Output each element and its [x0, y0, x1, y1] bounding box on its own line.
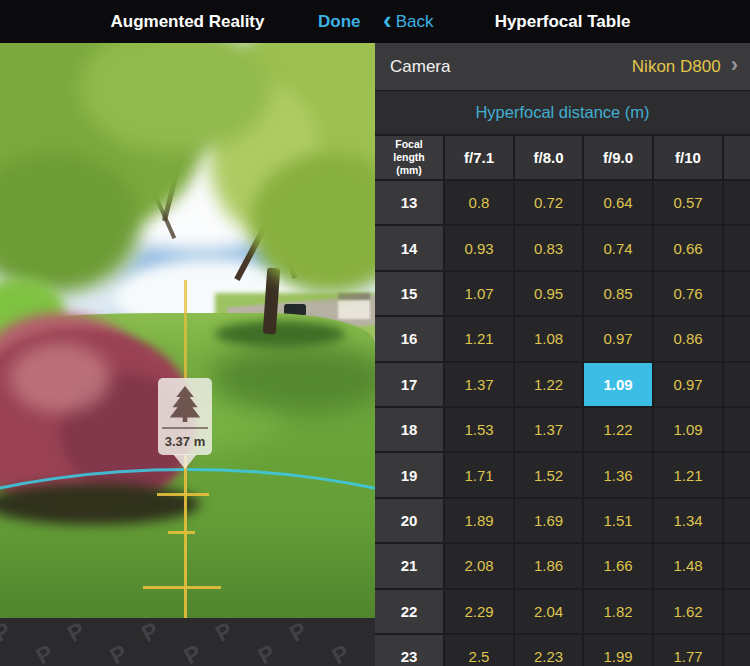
- top-navbar: Augmented Reality Done ‹ Back Hyperfocal…: [0, 0, 750, 43]
- ar-measure-line: [184, 280, 187, 378]
- camera-selector-row[interactable]: Camera Nikon D800 ›: [375, 43, 750, 90]
- table-cell[interactable]: 0.97: [584, 317, 652, 360]
- table-cell-partial: [724, 590, 750, 633]
- watermark-logo-icon: P: [329, 631, 375, 666]
- table-cell[interactable]: 1.22: [584, 408, 652, 451]
- table-cell[interactable]: 1.86: [515, 544, 582, 587]
- chevron-right-icon: ›: [731, 54, 738, 79]
- table-cell-partial: [724, 181, 750, 224]
- table-cell[interactable]: 2.04: [515, 590, 582, 633]
- row-header: 13: [375, 181, 443, 224]
- ar-measure-line: [184, 455, 187, 618]
- table-page-title: Hyperfocal Table: [375, 0, 750, 43]
- ar-measure-tick: [168, 531, 195, 534]
- table-cell-partial: [724, 408, 750, 451]
- photo-house: [338, 293, 370, 319]
- marker-distance-label: 3.37 m: [165, 434, 205, 449]
- table-cell[interactable]: 1.77: [654, 635, 722, 666]
- row-header: 21: [375, 544, 443, 587]
- row-header: 14: [375, 226, 443, 269]
- row-header: 17: [375, 363, 443, 406]
- table-cell-selected[interactable]: 1.09: [584, 363, 652, 406]
- column-header-f80: f/8.0: [515, 136, 582, 179]
- table-cell[interactable]: 0.64: [584, 181, 652, 224]
- table-cell[interactable]: 1.21: [654, 453, 722, 496]
- table-cell[interactable]: 1.21: [445, 317, 513, 360]
- table-cell[interactable]: 1.07: [445, 272, 513, 315]
- table-cell[interactable]: 0.57: [654, 181, 722, 224]
- row-header: 18: [375, 408, 443, 451]
- table-cell-partial: [724, 635, 750, 666]
- column-header-f71: f/7.1: [445, 136, 513, 179]
- table-cell[interactable]: 0.76: [654, 272, 722, 315]
- table-cell[interactable]: 0.85: [584, 272, 652, 315]
- table-cell-partial: [724, 272, 750, 315]
- table-cell[interactable]: 0.97: [654, 363, 722, 406]
- pine-tree-icon: [168, 385, 202, 422]
- table-cell[interactable]: 1.71: [445, 453, 513, 496]
- row-header: 22: [375, 590, 443, 633]
- table-cell[interactable]: 1.89: [445, 499, 513, 542]
- table-cell[interactable]: 0.83: [515, 226, 582, 269]
- table-cell-partial: [724, 226, 750, 269]
- table-cell-partial: [724, 317, 750, 360]
- hyperfocal-panel: Camera Nikon D800 › Hyperfocal distance …: [375, 43, 750, 666]
- table-cell[interactable]: 2.08: [445, 544, 513, 587]
- table-cell[interactable]: 0.86: [654, 317, 722, 360]
- table-cell[interactable]: 1.62: [654, 590, 722, 633]
- table-cell[interactable]: 1.69: [515, 499, 582, 542]
- table-cell-partial: [724, 363, 750, 406]
- table-cell[interactable]: 1.37: [515, 408, 582, 451]
- table-cell[interactable]: 1.22: [515, 363, 582, 406]
- table-cell[interactable]: 1.99: [584, 635, 652, 666]
- table-cell[interactable]: 0.8: [445, 181, 513, 224]
- ar-measure-tick: [143, 586, 221, 589]
- photo-tree-shadow: [215, 321, 345, 347]
- table-cell[interactable]: 2.5: [445, 635, 513, 666]
- table-cell[interactable]: 1.36: [584, 453, 652, 496]
- table-cell[interactable]: 0.72: [515, 181, 582, 224]
- table-cell-partial: [724, 499, 750, 542]
- table-cell[interactable]: 2.23: [515, 635, 582, 666]
- table-cell[interactable]: 1.51: [584, 499, 652, 542]
- marker-divider: [162, 427, 208, 429]
- watermark-bar: P P P P P P P P P P: [0, 618, 375, 666]
- row-header: 19: [375, 453, 443, 496]
- photo-foreground-shade: [0, 523, 375, 618]
- table-title: Hyperfocal distance (m): [375, 90, 750, 134]
- table-cell[interactable]: 0.95: [515, 272, 582, 315]
- column-header-f10: f/10: [654, 136, 722, 179]
- photopills-split-view: Augmented Reality Done ‹ Back Hyperfocal…: [0, 0, 750, 666]
- done-button[interactable]: Done: [318, 0, 361, 43]
- table-cell[interactable]: 1.66: [584, 544, 652, 587]
- row-header: 20: [375, 499, 443, 542]
- table-cell[interactable]: 0.74: [584, 226, 652, 269]
- table-cell[interactable]: 1.34: [654, 499, 722, 542]
- corner-header: Focal length (mm): [375, 136, 443, 179]
- table-cell[interactable]: 1.48: [654, 544, 722, 587]
- ar-subject-marker[interactable]: 3.37 m: [158, 378, 212, 455]
- table-cell[interactable]: 1.53: [445, 408, 513, 451]
- ar-camera-view[interactable]: 3.37 m: [0, 43, 375, 618]
- marker-pointer: [173, 454, 197, 469]
- table-cell[interactable]: 1.82: [584, 590, 652, 633]
- table-cell[interactable]: 1.52: [515, 453, 582, 496]
- row-header: 16: [375, 317, 443, 360]
- ar-distance-arc: [0, 468, 375, 508]
- table-cell-partial: [724, 544, 750, 587]
- table-cell[interactable]: 1.08: [515, 317, 582, 360]
- column-header-partial: [724, 136, 750, 179]
- table-cell[interactable]: 1.09: [654, 408, 722, 451]
- ar-measure-tick: [157, 493, 209, 496]
- table-cell[interactable]: 2.29: [445, 590, 513, 633]
- photo-lawn-shade: [210, 343, 375, 413]
- row-header: 15: [375, 272, 443, 315]
- photo-red-maple: [10, 343, 110, 413]
- table-cell[interactable]: 1.37: [445, 363, 513, 406]
- camera-value: Nikon D800: [632, 57, 721, 77]
- row-header: 23: [375, 635, 443, 666]
- table-cell-partial: [724, 453, 750, 496]
- table-cell[interactable]: 0.66: [654, 226, 722, 269]
- hyperfocal-table: Focal length (mm) f/7.1 f/8.0 f/9.0 f/10…: [375, 134, 750, 666]
- table-cell[interactable]: 0.93: [445, 226, 513, 269]
